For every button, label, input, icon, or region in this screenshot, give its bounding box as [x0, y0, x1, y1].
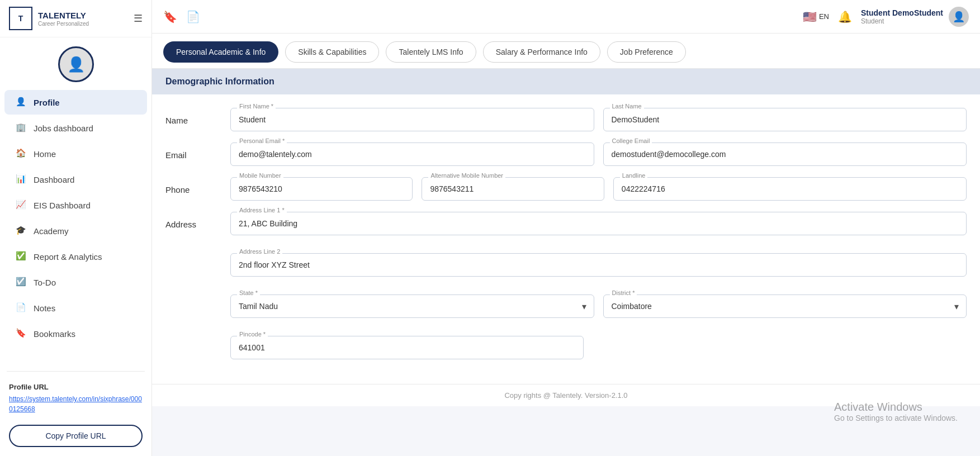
- address-line1-input[interactable]: [230, 212, 967, 235]
- sidebar: T TALENTELY Career Personalized ☰ 👤 👤 Pr…: [0, 0, 152, 456]
- sidebar-item-label-home: Home: [34, 149, 56, 159]
- avatar: 👤: [58, 46, 94, 82]
- sidebar-item-eis-dashboard[interactable]: 📈 EIS Dashboard: [4, 193, 147, 217]
- email-row: Email Personal Email * College Email: [165, 142, 967, 166]
- address-line1-label: Address Line 1 *: [237, 207, 287, 213]
- tabs-bar: Personal Academic & Info Skills & Capabi…: [152, 34, 980, 69]
- jobs-dashboard-icon: 🏢: [16, 122, 27, 134]
- avatar-area: 👤: [0, 37, 152, 87]
- sidebar-item-notes[interactable]: 📄 Notes: [4, 296, 147, 320]
- sidebar-item-label-dashboard: Dashboard: [34, 175, 74, 184]
- demographic-form: Name First Name * Last Name Email: [152, 94, 980, 384]
- college-email-input[interactable]: [603, 142, 967, 166]
- college-email-group: College Email: [603, 142, 967, 166]
- profile-url-label: Profile URL: [9, 383, 143, 391]
- report-analytics-icon: ✅: [16, 251, 27, 262]
- sidebar-item-label-academy: Academy: [34, 226, 69, 236]
- address-label: Address: [165, 212, 221, 229]
- bookmark-topbar-icon[interactable]: 🔖: [163, 10, 177, 23]
- document-topbar-icon[interactable]: 📄: [186, 10, 200, 23]
- notification-bell-icon[interactable]: 🔔: [838, 10, 852, 23]
- email-label: Email: [165, 142, 221, 160]
- address-row: Address Address Line 1 * Address Line 2 …: [165, 212, 967, 359]
- sidebar-item-label-todo: To-Do: [34, 278, 56, 287]
- tab-job-preference[interactable]: Job Preference: [607, 41, 686, 63]
- logo-name: TALENTELY: [38, 11, 89, 21]
- personal-email-input[interactable]: [230, 142, 594, 166]
- profile-url-section: Profile URL https://system.talentely.com…: [0, 376, 152, 418]
- mobile-group: Mobile Number: [230, 177, 413, 201]
- sidebar-item-dashboard[interactable]: 📊 Dashboard: [4, 167, 147, 192]
- sidebar-item-label-profile: Profile: [34, 98, 60, 107]
- footer-text: Copy rights @ Talentely. Version-2.1.0: [504, 391, 627, 400]
- tab-skills-capabilities[interactable]: Skills & Capabilities: [285, 41, 379, 63]
- section-header: Demographic Information: [152, 69, 980, 94]
- phone-label: Phone: [165, 177, 221, 194]
- first-name-input[interactable]: [230, 108, 594, 131]
- state-select[interactable]: Tamil Nadu: [230, 294, 594, 318]
- topbar-right: 🇺🇸 EN 🔔 Student DemoStudent Student 👤: [803, 7, 969, 27]
- sidebar-divider: [7, 371, 145, 372]
- mobile-label: Mobile Number: [237, 172, 283, 179]
- mobile-input[interactable]: [230, 177, 413, 201]
- bookmarks-icon: 🔖: [16, 328, 27, 339]
- sidebar-item-profile[interactable]: 👤 Profile: [4, 90, 147, 115]
- sidebar-item-to-do[interactable]: ☑️ To-Do: [4, 270, 147, 294]
- alt-mobile-group: Alternative Mobile Number: [422, 177, 604, 201]
- sidebar-item-academy[interactable]: 🎓 Academy: [4, 218, 147, 243]
- first-name-label: First Name *: [237, 103, 276, 110]
- district-label: District *: [610, 289, 637, 296]
- flag-icon: 🇺🇸: [803, 10, 817, 23]
- tab-personal-academic[interactable]: Personal Academic & Info: [163, 41, 278, 63]
- tab-salary-performance[interactable]: Salary & Performance Info: [483, 41, 600, 63]
- sidebar-logo: T TALENTELY Career Personalized ☰: [0, 0, 152, 37]
- logo-tagline: Career Personalized: [38, 21, 89, 27]
- notes-icon: 📄: [16, 302, 27, 314]
- sidebar-item-bookmarks[interactable]: 🔖 Bookmarks: [4, 321, 147, 346]
- footer: Copy rights @ Talentely. Version-2.1.0: [152, 384, 980, 406]
- sidebar-item-label-report: Report & Analytics: [34, 252, 102, 262]
- address-fields: Address Line 1 * Address Line 2 State * …: [230, 212, 967, 359]
- alt-mobile-input[interactable]: [422, 177, 604, 201]
- logo-letter: T: [18, 14, 23, 23]
- to-do-icon: ☑️: [16, 277, 27, 288]
- address-line2-label: Address Line 2: [237, 248, 282, 255]
- language-selector[interactable]: 🇺🇸 EN: [803, 10, 829, 23]
- district-select[interactable]: Coimbatore: [603, 294, 967, 318]
- sidebar-item-jobs-dashboard[interactable]: 🏢 Jobs dashboard: [4, 116, 147, 140]
- sidebar-item-label-eis: EIS Dashboard: [34, 201, 91, 210]
- state-group: State * Tamil Nadu ▾: [230, 294, 594, 318]
- last-name-input[interactable]: [603, 108, 967, 131]
- logo-box: T: [9, 7, 32, 30]
- user-name: Student DemoStudent: [861, 8, 943, 17]
- user-info: Student DemoStudent Student 👤: [861, 7, 969, 27]
- sidebar-item-home[interactable]: 🏠 Home: [4, 141, 147, 166]
- user-avatar[interactable]: 👤: [949, 7, 969, 27]
- language-label: EN: [819, 12, 829, 21]
- name-label: Name: [165, 108, 221, 125]
- pincode-label: Pincode *: [237, 331, 268, 338]
- tab-talentely-lms[interactable]: Talentely LMS Info: [386, 41, 476, 63]
- sidebar-item-label-notes: Notes: [34, 303, 55, 313]
- state-label: State *: [237, 289, 260, 296]
- sidebar-item-label-jobs: Jobs dashboard: [34, 124, 93, 133]
- first-name-group: First Name *: [230, 108, 594, 131]
- eis-dashboard-icon: 📈: [16, 200, 27, 211]
- pincode-input[interactable]: [230, 336, 584, 359]
- profile-url-link[interactable]: https://system.talentely.com/in/sixphras…: [9, 395, 142, 413]
- academy-icon: 🎓: [16, 225, 27, 236]
- sidebar-item-report-analytics[interactable]: ✅ Report & Analytics: [4, 244, 147, 269]
- email-fields: Personal Email * College Email: [230, 142, 967, 166]
- address-line2-input[interactable]: [230, 253, 967, 277]
- landline-group: Landline: [613, 177, 967, 201]
- main-content: 🔖 📄 🇺🇸 EN 🔔 Student DemoStudent Student …: [152, 0, 980, 456]
- address-line2-group: Address Line 2: [230, 253, 967, 277]
- hamburger-button[interactable]: ☰: [134, 12, 143, 25]
- copy-profile-url-button[interactable]: Copy Profile URL: [9, 425, 143, 447]
- dashboard-icon: 📊: [16, 174, 27, 185]
- last-name-label: Last Name: [610, 103, 644, 110]
- landline-input[interactable]: [613, 177, 967, 201]
- content-area: Demographic Information Name First Name …: [152, 69, 980, 456]
- pincode-group: Pincode *: [230, 336, 584, 359]
- logo-text-area: TALENTELY Career Personalized: [38, 11, 89, 27]
